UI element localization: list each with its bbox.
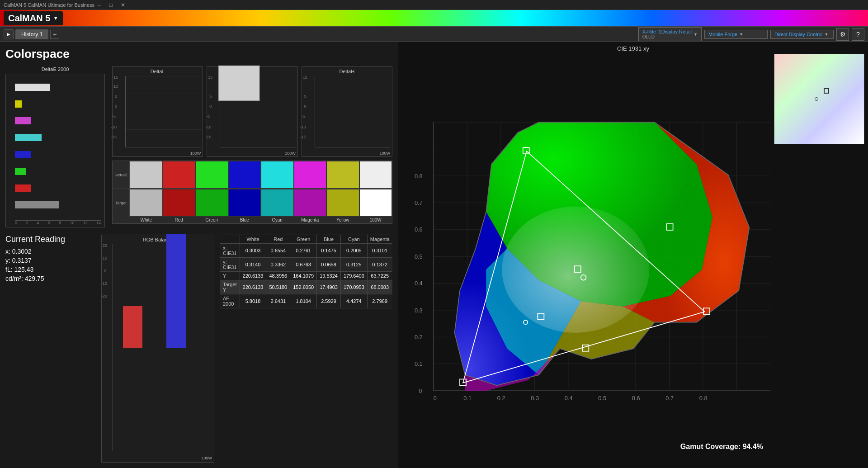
- table-row-0: x: CIE310.30030.65540.27610.14750.20050.…: [220, 244, 393, 258]
- swatches-target-row: Target: [113, 189, 392, 217]
- tab-play-button[interactable]: ▶: [4, 29, 14, 39]
- rgb-zero-line: [113, 348, 210, 348]
- rgb-balance-chart: RGB Balance 20 10 0 -10 -20 100W: [101, 235, 214, 463]
- swatches: Actual Target: [112, 161, 392, 224]
- swatch-actual-green: [195, 161, 228, 189]
- svg-text:0.8: 0.8: [699, 395, 708, 402]
- svg-text:0.4: 0.4: [415, 280, 423, 287]
- logo-text: CalMAN 5: [8, 13, 50, 24]
- deltae-bar-fill-1: [15, 100, 22, 108]
- rgb-yn20: -20: [101, 294, 107, 298]
- td-1-1: 0.3362: [266, 258, 290, 272]
- settings-icon[interactable]: ⚙: [836, 28, 849, 41]
- device3-dropdown[interactable]: Direct Display Control ▼: [770, 30, 834, 39]
- rgb-yn10: -10: [101, 281, 107, 286]
- device2-arrow: ▼: [739, 32, 743, 37]
- svg-point-31: [502, 207, 649, 333]
- deltae-bar-row-1: [15, 100, 101, 108]
- swatch-actual-yellow: [326, 161, 359, 189]
- deltaC-axes: [220, 76, 295, 147]
- deltae-bar-row-4: [15, 151, 101, 158]
- reading-cdm2: cd/m²: 429.75: [5, 275, 96, 282]
- device1-label: X-Rite i1Display Retail: [642, 29, 692, 34]
- td-label-2: Y: [220, 272, 240, 280]
- swatch-target-blue: [228, 189, 261, 217]
- td-2-4: 179.6400: [340, 272, 367, 280]
- deltaL-axes: [125, 76, 201, 147]
- preview-white-marker: [824, 88, 829, 94]
- deltae-bar-row-2: [15, 117, 101, 124]
- deltae-bars: [15, 79, 101, 213]
- deltaH-xlabel: 100W: [379, 151, 390, 156]
- device1-sub: OLED: [642, 34, 692, 39]
- current-reading-title: Current Reading: [5, 235, 96, 244]
- device1-dropdown[interactable]: X-Rite i1Display Retail OLED ▼: [638, 27, 702, 41]
- swatch-label-cyan: Cyan: [261, 217, 294, 223]
- lower-section: Current Reading x: 0.3002 y: 0.3137 fL: …: [5, 235, 392, 463]
- td-4-1: 2.6431: [266, 294, 290, 308]
- deltae-bar-fill-3: [15, 134, 42, 141]
- swatch-actual-red: [163, 161, 196, 189]
- rgb-xlabel: 100W: [201, 456, 212, 460]
- swatch-labels-row: White Red Green Blue Cyan Magenta Yellow…: [113, 217, 392, 223]
- svg-text:0.4: 0.4: [565, 395, 573, 402]
- deltaH-y0: 0: [304, 104, 307, 109]
- td-3-0: 220.6133: [240, 280, 266, 294]
- titlebar-controls: ─ □ ✕: [94, 2, 128, 8]
- deltaL-y10: 10: [113, 84, 118, 89]
- svg-text:0.5: 0.5: [415, 253, 423, 260]
- swatch-actual-magenta: [294, 161, 327, 189]
- th-cyan: Cyan: [340, 235, 367, 244]
- svg-text:0: 0: [419, 388, 422, 394]
- svg-text:0.3: 0.3: [415, 307, 423, 314]
- actual-row-label: Actual: [113, 161, 130, 189]
- tab-add-button[interactable]: +: [50, 30, 59, 39]
- cie-right-panel: [774, 54, 864, 464]
- svg-text:0.8: 0.8: [415, 173, 423, 180]
- reading-y: y: 0.3137: [5, 257, 96, 264]
- cie-svg: 0 0.1 0.2 0.3 0.4 0.5 0.6 0.7 0.8 0 0.1 …: [402, 54, 770, 464]
- swatch-label-red: Red: [163, 217, 196, 223]
- reading-fL: fL: 125.43: [5, 266, 96, 273]
- svg-text:0.6: 0.6: [415, 226, 423, 233]
- swatch-label-100w: 100W: [359, 217, 392, 223]
- close-btn[interactable]: ✕: [118, 2, 128, 8]
- target-swatches: [130, 189, 392, 217]
- device2-dropdown[interactable]: Mobile Forge ▼: [704, 30, 768, 39]
- logo-area[interactable]: CalMAN 5 ▼: [4, 11, 63, 25]
- cie-title: CIE 1931 xy: [402, 45, 864, 52]
- svg-text:0.7: 0.7: [665, 395, 674, 402]
- deltaL-y5: 5: [115, 94, 117, 99]
- th-white: White: [240, 235, 266, 244]
- grid-0: [126, 112, 201, 112]
- device3-arrow: ▼: [824, 32, 828, 37]
- logo-dropdown-arrow[interactable]: ▼: [53, 15, 58, 21]
- swatch-actual-white: [130, 161, 163, 189]
- minimize-btn[interactable]: ─: [94, 2, 104, 8]
- help-icon[interactable]: ?: [852, 28, 864, 41]
- th-red: Red: [266, 235, 290, 244]
- deltaH-title: DeltaH: [304, 69, 390, 74]
- deltaL-y15: 15: [113, 75, 118, 80]
- swatch-label-magenta: Magenta: [294, 217, 327, 223]
- gamut-coverage-label: Gamut Coverage: 94.4%: [680, 443, 763, 451]
- tab-history1[interactable]: History 1: [15, 29, 48, 39]
- reading-x: x: 0.3002: [5, 248, 96, 255]
- deltae-title: DeltaE 2000: [5, 66, 105, 72]
- swatch-target-white: [130, 189, 163, 217]
- maximize-btn[interactable]: □: [107, 2, 115, 8]
- deltae-bar-row-3: [15, 134, 101, 141]
- left-panel: Colorspace DeltaE 2000 02468101214: [0, 42, 398, 468]
- colorspace-title: Colorspace: [5, 47, 392, 61]
- td-4-2: 1.8104: [290, 294, 317, 308]
- main-content: Colorspace DeltaE 2000 02468101214: [0, 42, 868, 468]
- th-green: Green: [290, 235, 317, 244]
- data-table: White Red Green Blue Cyan Magenta Yellow…: [220, 235, 392, 463]
- deltaC-xlabel: 100W: [285, 151, 296, 156]
- swatch-target-cyan: [261, 189, 294, 217]
- swatch-target-red: [163, 189, 196, 217]
- svg-text:0.7: 0.7: [415, 199, 423, 206]
- deltae-bar-row-6: [15, 184, 101, 192]
- deltaC-y15: 15: [208, 75, 212, 80]
- svg-text:0.3: 0.3: [531, 395, 539, 402]
